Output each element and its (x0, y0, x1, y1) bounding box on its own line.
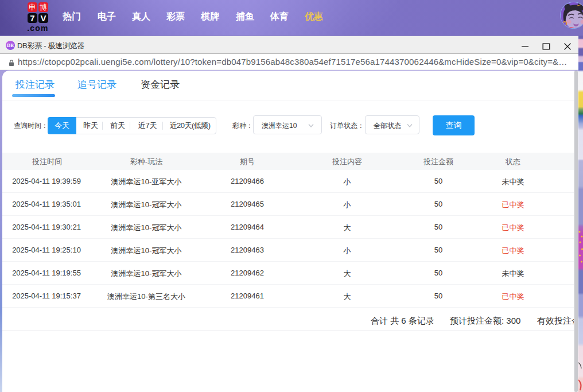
svg-text:DB: DB (7, 42, 14, 48)
